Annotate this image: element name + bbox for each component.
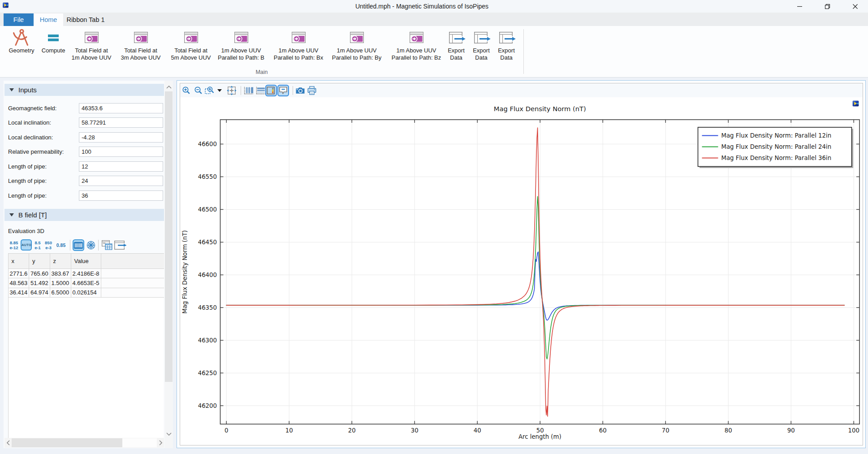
- line-chart[interactable]: 0102030405060708090100462004625046300463…: [180, 97, 863, 445]
- zoom-dropdown-button[interactable]: [216, 85, 223, 96]
- horizontal-scrollbar[interactable]: [4, 438, 164, 448]
- toolbar-separator: [98, 240, 99, 251]
- show-legends-button[interactable]: [265, 85, 277, 96]
- legend-toggle-icon: [267, 86, 276, 95]
- precision-0.85-button[interactable]: 0.85: [56, 239, 66, 251]
- grid-x-icon: [243, 86, 253, 95]
- ribbon-group-separator: [523, 29, 524, 74]
- precision-8.5e-1-button[interactable]: 8.5e-1: [34, 241, 41, 250]
- horizontal-scrollbar-thumb[interactable]: [12, 438, 122, 447]
- plot-window-icon: [276, 27, 321, 48]
- table-column-header[interactable]: x: [9, 254, 29, 269]
- field-row: Relative permeability:100: [4, 147, 163, 157]
- minimize-button[interactable]: [789, 0, 810, 13]
- results-table: xyzValue 2771.6765.60383.672.4186E-848.5…: [9, 253, 164, 298]
- table-cell[interactable]: 765.60: [29, 269, 50, 278]
- y-axis-label: Mag Flux Density Norm (nT): [182, 230, 189, 313]
- graphics-frame: 0102030405060708090100462004625046300463…: [180, 83, 863, 445]
- x-grid-button[interactable]: [242, 85, 254, 96]
- svg-text:80: 80: [725, 427, 732, 434]
- evaluation-3d-label: Evaluation 3D: [8, 228, 44, 234]
- close-button[interactable]: [845, 0, 865, 13]
- field-input[interactable]: 58.77291: [79, 117, 163, 128]
- grid-y-icon: [255, 86, 265, 95]
- toolbar-separator: [70, 240, 70, 251]
- field-input[interactable]: 36: [79, 190, 163, 201]
- field-input[interactable]: -4.28: [79, 132, 163, 143]
- svg-text:46250: 46250: [198, 370, 217, 376]
- full-precision-icon-button[interactable]: [73, 239, 84, 251]
- print-button[interactable]: [306, 85, 318, 96]
- tab-home[interactable]: Home: [34, 13, 63, 26]
- toolbar-separator: [293, 86, 293, 95]
- table-window-icon-button[interactable]: [101, 239, 113, 251]
- chart-legend: Mag Flux Density Norm: Parallel 12inMag …: [698, 127, 854, 168]
- section-header-bfield[interactable]: B field [T]: [4, 209, 164, 221]
- table-cell[interactable]: 383.67: [50, 269, 71, 278]
- svg-text:46500: 46500: [198, 206, 217, 213]
- table-cell[interactable]: 1.5000: [50, 278, 71, 288]
- zoom-out-button[interactable]: [193, 85, 204, 96]
- scroll-left-arrow-icon[interactable]: [4, 438, 12, 448]
- table-row[interactable]: 2771.6765.60383.672.4186E-8: [9, 269, 164, 278]
- table-cell[interactable]: 48.563: [9, 278, 29, 288]
- show-tooltip-button[interactable]: [277, 85, 289, 96]
- section-title: Inputs: [18, 84, 37, 96]
- field-input[interactable]: 12: [79, 161, 163, 172]
- table-cell-filler: [101, 288, 164, 297]
- snapshot-button[interactable]: [294, 85, 306, 96]
- table-cell-filler: [101, 269, 164, 278]
- zoom-in-button[interactable]: [181, 85, 192, 96]
- tab-ribbon-tab-1[interactable]: Ribbon Tab 1: [63, 13, 108, 26]
- minimize-icon: [797, 4, 803, 9]
- table-row[interactable]: 48.56351.4921.50004.6653E-5: [9, 278, 164, 288]
- vertical-scrollbar[interactable]: [164, 81, 173, 448]
- zoom-box-button[interactable]: [204, 85, 216, 96]
- polar-view-icon-button[interactable]: [86, 239, 95, 251]
- export-table-icon-button[interactable]: [115, 239, 127, 251]
- horizontal-scrollbar-track[interactable]: [122, 438, 157, 447]
- table-cell[interactable]: 2771.6: [9, 269, 29, 278]
- precision-850e-3-button[interactable]: 850e-3: [44, 241, 53, 250]
- field-input[interactable]: 100: [79, 147, 163, 157]
- plot-window-icon: [168, 27, 213, 48]
- field-row: Local declination:-4.28: [4, 132, 163, 143]
- scroll-right-arrow-icon[interactable]: [157, 438, 164, 448]
- table-column-header[interactable]: y: [29, 254, 50, 269]
- table-cell[interactable]: 4.6653E-5: [71, 278, 101, 288]
- table-row[interactable]: 36.41464.9746.50000.026154: [9, 288, 164, 297]
- table-cell[interactable]: 36.414: [9, 288, 29, 297]
- auto-precision-button[interactable]: AUTO: [21, 239, 32, 251]
- results-table-area: xyzValue 2771.6765.60383.672.4186E-848.5…: [8, 253, 164, 438]
- zoom-extents-button[interactable]: [226, 85, 238, 96]
- field-label: Relative permeability:: [8, 147, 64, 157]
- precision-8.85e-12-button[interactable]: 8.85e-12: [9, 241, 18, 250]
- field-input[interactable]: 24: [79, 176, 163, 186]
- ribbon: GeometryCompute Total Field at1m Above U…: [0, 26, 868, 78]
- table-column-header[interactable]: z: [50, 254, 71, 269]
- y-grid-button[interactable]: [255, 85, 266, 96]
- tooltip-toggle-icon: [279, 86, 288, 95]
- field-row: Local inclination:58.77291: [4, 117, 163, 128]
- scroll-up-arrow-icon[interactable]: [164, 83, 173, 91]
- field-input[interactable]: 46353.6: [79, 103, 163, 113]
- plot-group-icon[interactable]: [852, 100, 859, 107]
- section-header-inputs[interactable]: Inputs: [4, 84, 164, 96]
- table-cell[interactable]: 64.974: [29, 288, 50, 297]
- table-cell[interactable]: 0.026154: [71, 288, 101, 297]
- svg-text:Mag Flux Density Norm: Paralle: Mag Flux Density Norm: Parallel 24in: [721, 143, 832, 150]
- table-cell[interactable]: 51.492: [29, 278, 50, 288]
- field-row: Geomagnetic field:46353.6: [4, 103, 163, 113]
- table-column-header[interactable]: Value: [71, 254, 101, 269]
- ribbon-tab-strip: File Home Ribbon Tab 1: [0, 13, 868, 26]
- restore-button[interactable]: [817, 0, 838, 13]
- series-line-2: [226, 196, 844, 359]
- tab-file[interactable]: File: [4, 13, 34, 26]
- chevron-up-icon: [166, 86, 172, 89]
- plot-window-icon: [219, 27, 263, 48]
- close-icon: [852, 4, 858, 9]
- table-cell[interactable]: 6.5000: [50, 288, 71, 297]
- table-cell[interactable]: 2.4186E-8: [71, 269, 101, 278]
- vertical-scrollbar-thumb[interactable]: [165, 91, 173, 382]
- scroll-down-arrow-icon[interactable]: [164, 430, 173, 437]
